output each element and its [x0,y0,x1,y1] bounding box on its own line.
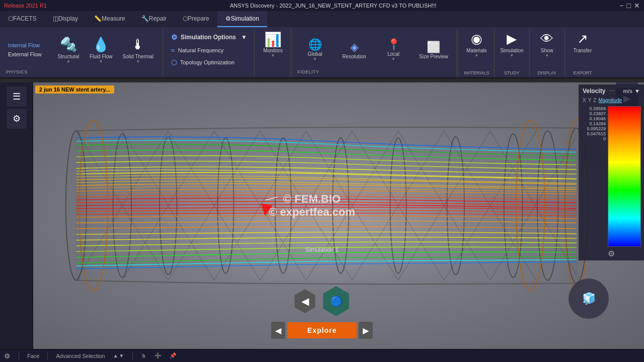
tab-prepare[interactable]: ⬡ Prepare [175,11,217,27]
flow-types: Internal Flow External Flow [6,41,51,58]
internal-flow-btn[interactable]: Internal Flow [6,41,51,49]
left-panel-btn-2[interactable]: ⚙ [7,109,27,129]
fidelity-label: Fidelity [297,68,452,75]
hex-active-btn[interactable]: 🔵 [321,286,351,316]
simulation-study-btn[interactable]: ▶ Simulation ▼ Study [495,29,530,77]
explore-next-btn[interactable]: ▶ [359,322,373,339]
resolution-btn[interactable]: ◈ Resolution [337,39,372,61]
fluid-flow-btn[interactable]: 💧 Fluid Flow ▼ [86,34,117,66]
monitors-icon: 📊 [264,31,282,48]
structural-btn[interactable]: 🔩 Structural ▼ [53,34,84,66]
bottom-left-icon: ⚙ [4,352,11,360]
tab-simulation[interactable]: ⚙ Simulation [217,11,267,27]
ribbon: Internal Flow External Flow 🔩 Structural… [0,27,644,78]
tab-facets[interactable]: ⬡ FACETS [0,11,45,27]
global-arrow-icon: ▼ [313,57,317,61]
fidelity-controls: 🌐 Global ▼ ◈ Resolution 📍 Local ▼ [297,31,452,68]
materials-icon: ◉ [471,31,482,47]
explore-area: ◀ Explore ▶ [271,322,373,339]
coord-z[interactable]: Z [593,98,596,103]
resolution-icon: ◈ [350,41,359,54]
pin-icon[interactable]: 📌 [170,352,177,359]
velocity-panel: Velocity ⋯ m/s ▼ X Y Z Magnitude 0.28569… [579,84,644,260]
fidelity-group: 🌐 Global ▼ ◈ Resolution 📍 Local ▼ [293,29,457,77]
global-btn[interactable]: 🌐 Global ▼ [297,36,333,63]
left-panel: ☰ ⚙ [0,82,33,349]
close-icon[interactable]: ✕ [634,2,640,10]
left-panel-btn-1[interactable]: ☰ [7,86,27,107]
cb-val-0: 0.28569 [582,106,606,111]
simulation-study-icon: ▶ [507,31,517,47]
external-flow-btn[interactable]: External Flow [6,50,51,58]
arrow-down-icon[interactable]: ▼ [119,353,124,358]
solid-thermal-arrow-icon: ▼ [136,59,140,64]
tab-bar: ⬡ FACETS ◫ Display 📏 Measure 🔧 Repair ⬡ … [0,11,644,27]
materials-arrow-icon: ▼ [474,53,478,58]
coord-x[interactable]: X [583,98,586,103]
physics-label: Physics [6,68,158,75]
arrow-up-icon[interactable]: ▲ [113,353,118,358]
window-title: ANSYS Discovery - 2022_JUN_16_NEW_STENT_… [47,3,619,9]
materials-btn[interactable]: ◉ Materials ▼ Materials [459,29,495,77]
tab-display[interactable]: ◫ Display [45,11,86,27]
simulation-label: Simulation 1 [305,246,339,253]
title-bar: Release 2021 R1 ANSYS Discovery - 2022_J… [0,0,644,11]
nav-cube[interactable]: 🧊 [569,279,609,319]
explore-button[interactable]: Explore [287,322,357,338]
local-btn[interactable]: 📍 Local ▼ [376,36,411,63]
velocity-settings-icon[interactable]: ⋯ [609,88,615,95]
explore-prev-btn[interactable]: ◀ [271,322,285,339]
velocity-chevron-icon[interactable]: ▼ [634,88,640,94]
plus-icon[interactable]: ➕ [154,352,162,359]
cb-val-5: 0.047615 [582,131,606,136]
bottom-sep-3 [132,352,133,360]
right-groups: ◉ Materials ▼ Materials ▶ Simulation ▼ S… [459,29,642,77]
window-controls[interactable]: − □ ✕ [619,2,640,10]
selection-label: Advanced Selection [56,353,105,359]
minimize-icon[interactable]: − [619,2,623,10]
cb-val-2: 0.19046 [582,116,606,121]
topology-opt-icon: ⬡ [171,58,177,66]
maximize-icon[interactable]: □ [627,2,631,10]
local-icon: 📍 [387,38,400,51]
repair-icon: 🔧 [141,15,149,22]
fluid-flow-icon: 💧 [92,36,110,53]
structural-arrow-icon: ▼ [66,59,70,64]
natural-frequency-btn[interactable]: ≈ Natural Frequency [168,44,250,56]
simulation-options-group: ⚙ Simulation Options ▼ ≈ Natural Frequen… [164,29,255,77]
show-btn[interactable]: 👁 Show ▼ Display [530,29,565,77]
solid-thermal-icon: 🌡 [131,36,145,53]
fluid-flow-arrow-icon: ▼ [99,59,103,64]
transfer-btn[interactable]: ↗ Transfer Export [565,29,600,77]
coord-magnitude[interactable]: Magnitude [598,98,622,103]
cb-val-3: 0.14284 [582,121,606,126]
release-label: Release 2021 R1 [4,3,47,9]
simulation-options-btn[interactable]: ⚙ Simulation Options ▼ [168,31,250,43]
structural-icon: 🔩 [60,36,77,53]
cursor-icon[interactable]: 🖱 [141,353,146,359]
simulation-icon: ⚙ [225,15,231,22]
show-arrow-icon: ▼ [545,53,549,58]
global-icon: 🌐 [308,38,322,51]
file-label: 2 jun 16 NEW stent artery... [35,85,114,94]
show-icon: 👁 [540,31,553,47]
prepare-icon: ⬡ [183,15,188,22]
solid-thermal-btn[interactable]: 🌡 Solid Thermal ▼ [119,34,158,66]
topology-optimization-btn[interactable]: ⬡ Topology Optimization [168,56,250,68]
tab-measure[interactable]: 📏 Measure [86,11,133,27]
bottom-sep-1 [19,352,19,360]
tab-repair[interactable]: 🔧 Repair [133,11,175,27]
bottom-sep-2 [47,352,48,360]
size-preview-btn[interactable]: ⬜ Size Preview [415,39,452,61]
ribbon-content: Internal Flow External Flow 🔩 Structural… [0,27,644,77]
coord-y[interactable]: Y [588,98,592,103]
colorbar-settings[interactable]: ⚙ [581,249,642,258]
velocity-unit: m/s [623,88,632,94]
natural-freq-icon: ≈ [171,46,175,54]
svg-rect-34 [75,131,578,280]
study-arrow-icon: ▼ [510,53,514,58]
hex-prev-btn[interactable]: ◀ [293,289,317,313]
face-label: Face [27,353,39,359]
monitors-group: 📊 Monitors ▼ [256,29,291,77]
velocity-coords: X Y Z Magnitude [581,97,642,104]
